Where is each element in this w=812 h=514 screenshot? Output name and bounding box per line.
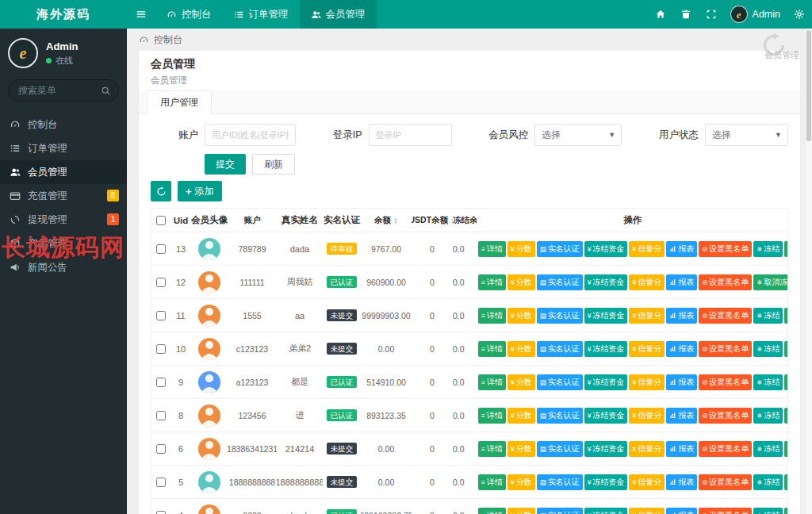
blacklist-button[interactable]: ⊘设置黑名单 xyxy=(699,274,752,290)
add-member-button[interactable]: + 添加 xyxy=(178,181,222,201)
freeze-funds-button[interactable]: ¥冻结资金 xyxy=(584,341,628,357)
detail-button[interactable]: ≡详情 xyxy=(478,441,506,457)
detail-button[interactable]: ≡详情 xyxy=(478,474,506,490)
row-checkbox[interactable] xyxy=(156,511,166,514)
sidebar-item-members[interactable]: 会员管理 xyxy=(0,160,127,184)
report-button[interactable]: 报表 xyxy=(666,441,697,457)
row-checkbox[interactable] xyxy=(156,444,166,454)
account-input[interactable] xyxy=(205,124,296,146)
freeze-button[interactable]: ❄冻结 xyxy=(753,241,783,257)
blacklist-button[interactable]: ⊘设置黑名单 xyxy=(699,474,752,490)
score-button[interactable]: ¥分数 xyxy=(508,274,535,290)
edit-button[interactable] xyxy=(784,508,787,514)
report-button[interactable]: 报表 xyxy=(666,508,697,514)
row-checkbox[interactable] xyxy=(156,311,166,320)
scrollbar-thumb[interactable] xyxy=(806,30,811,141)
freeze-button[interactable]: ❄冻结 xyxy=(753,474,783,490)
blacklist-button[interactable]: ⊘设置黑名单 xyxy=(699,374,752,390)
realname-auth-button[interactable]: ▤实名认证 xyxy=(537,408,583,424)
credit-score-button[interactable]: ¥信誉分 xyxy=(629,508,665,514)
credit-score-button[interactable]: ¥信誉分 xyxy=(629,441,665,457)
freeze-button[interactable]: ❄冻结 xyxy=(753,508,783,514)
freeze-button[interactable]: ❄冻结 xyxy=(753,441,783,457)
table-refresh-button[interactable] xyxy=(151,181,171,201)
edit-button[interactable] xyxy=(784,308,787,324)
realname-auth-button[interactable]: ▤实名认证 xyxy=(537,508,583,514)
row-checkbox[interactable] xyxy=(156,344,166,354)
report-button[interactable]: 报表 xyxy=(666,241,697,257)
sidebar-item-console[interactable]: 控制台 xyxy=(0,113,127,136)
freeze-button[interactable]: ❄冻结 xyxy=(753,374,783,390)
score-button[interactable]: ¥分数 xyxy=(508,341,535,357)
edit-button[interactable] xyxy=(784,341,787,357)
score-button[interactable]: ¥分数 xyxy=(508,241,535,257)
edit-button[interactable] xyxy=(784,408,787,424)
risk-select[interactable]: 选择 ▼ xyxy=(534,124,622,146)
sort-icon[interactable]: ▲▼ xyxy=(393,217,398,224)
realname-auth-button[interactable]: ▤实名认证 xyxy=(537,274,583,290)
credit-score-button[interactable]: ¥信誉分 xyxy=(629,341,665,357)
row-checkbox[interactable] xyxy=(156,478,166,487)
realname-auth-button[interactable]: ▤实名认证 xyxy=(537,308,583,324)
realname-auth-button[interactable]: ▤实名认证 xyxy=(537,341,583,357)
sidebar-item-withdraw[interactable]: 提现管理1 xyxy=(0,208,127,232)
settings-gear-icon[interactable] xyxy=(787,0,812,29)
edit-button[interactable] xyxy=(784,441,787,457)
freeze-button[interactable]: ❄冻结 xyxy=(753,308,783,324)
usdt-balance-header[interactable]: USDT余额 ▲▼ xyxy=(412,209,453,232)
row-checkbox[interactable] xyxy=(156,411,166,420)
hamburger-icon[interactable] xyxy=(127,0,155,29)
score-button[interactable]: ¥分数 xyxy=(508,508,535,514)
tab-user-management[interactable]: 用户管理 xyxy=(147,90,212,114)
login-ip-input[interactable] xyxy=(369,124,452,146)
edit-button[interactable] xyxy=(784,241,787,257)
realname-auth-button[interactable]: ▤实名认证 xyxy=(537,374,583,390)
score-button[interactable]: ¥分数 xyxy=(508,374,535,390)
freeze-funds-button[interactable]: ¥冻结资金 xyxy=(584,241,628,257)
refresh-button[interactable]: 刷新 xyxy=(252,154,295,175)
sidebar-item-products[interactable]: 产品管理‹ xyxy=(0,232,127,255)
credit-score-button[interactable]: ¥信誉分 xyxy=(629,274,665,290)
realname-auth-button[interactable]: ▤实名认证 xyxy=(537,441,583,457)
detail-button[interactable]: ≡详情 xyxy=(478,374,506,390)
topnav-console[interactable]: 控制台 xyxy=(155,0,223,29)
sidebar-item-recharge[interactable]: 充值管理8 xyxy=(0,184,127,208)
edit-button[interactable] xyxy=(784,374,787,390)
credit-score-button[interactable]: ¥信誉分 xyxy=(629,408,665,424)
freeze-funds-button[interactable]: ¥冻结资金 xyxy=(584,308,628,324)
freeze-funds-button[interactable]: ¥冻结资金 xyxy=(584,408,628,424)
detail-button[interactable]: ≡详情 xyxy=(478,274,506,290)
blacklist-button[interactable]: ⊘设置黑名单 xyxy=(699,341,752,357)
blacklist-button[interactable]: ⊘设置黑名单 xyxy=(699,241,752,257)
credit-score-button[interactable]: ¥信誉分 xyxy=(629,308,665,324)
score-button[interactable]: ¥分数 xyxy=(508,408,535,424)
blacklist-button[interactable]: ⊘设置黑名单 xyxy=(699,308,752,324)
freeze-button[interactable]: ❄冻结 xyxy=(753,341,783,357)
score-button[interactable]: ¥分数 xyxy=(508,474,535,490)
clear-cache-trash-icon[interactable] xyxy=(673,0,699,29)
freeze-button[interactable]: ❄冻结 xyxy=(753,408,783,424)
freeze-funds-button[interactable]: ¥冻结资金 xyxy=(584,508,628,514)
topnav-orders[interactable]: 订单管理 xyxy=(223,0,300,29)
status-select[interactable]: 选择 ▼ xyxy=(705,124,788,146)
admin-menu[interactable]: e Admin xyxy=(724,6,787,23)
report-button[interactable]: 报表 xyxy=(666,474,697,490)
select-all-checkbox[interactable] xyxy=(156,216,166,225)
freeze-button[interactable]: ❄取消冻结 xyxy=(753,274,787,290)
report-button[interactable]: 报表 xyxy=(666,408,697,424)
detail-button[interactable]: ≡详情 xyxy=(478,308,506,324)
report-button[interactable]: 报表 xyxy=(666,341,697,357)
topnav-members[interactable]: 会员管理 xyxy=(300,0,377,29)
edit-button[interactable] xyxy=(784,474,787,490)
sidebar-item-orders[interactable]: 订单管理 xyxy=(0,136,127,160)
sidebar-item-news[interactable]: 新闻公告 xyxy=(0,255,127,279)
row-checkbox[interactable] xyxy=(156,378,166,387)
balance-header[interactable]: 余额 ▲▼ xyxy=(361,209,412,232)
blacklist-button[interactable]: ⊘设置黑名单 xyxy=(699,408,752,424)
detail-button[interactable]: ≡详情 xyxy=(478,341,506,357)
credit-score-button[interactable]: ¥信誉分 xyxy=(629,241,665,257)
detail-button[interactable]: ≡详情 xyxy=(478,241,506,257)
realname-auth-button[interactable]: ▤实名认证 xyxy=(537,474,583,490)
freeze-funds-button[interactable]: ¥冻结资金 xyxy=(584,374,628,390)
score-button[interactable]: ¥分数 xyxy=(508,441,535,457)
